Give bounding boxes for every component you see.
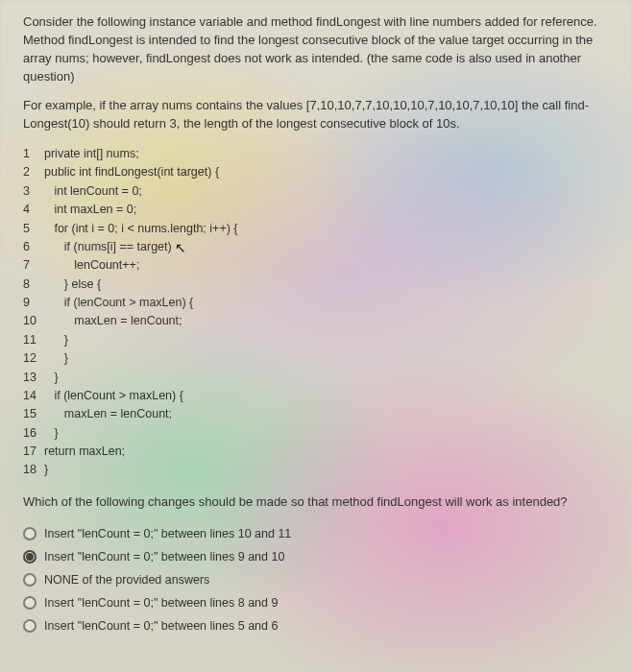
option-row[interactable]: NONE of the provided answers: [23, 571, 609, 588]
line-number: 9: [23, 294, 44, 312]
option-row[interactable]: Insert "lenCount = 0;" between lines 8 a…: [23, 594, 609, 612]
code-line: 3 int lenCount = 0;: [23, 182, 609, 201]
question-text: Which of the following changes should be…: [23, 494, 568, 509]
line-number: 18: [23, 461, 44, 479]
code-text: public int findLongest(int target) {: [44, 165, 219, 179]
code-text: } else {: [44, 277, 101, 291]
code-text: if (lenCount > maxLen) {: [44, 389, 183, 402]
code-text: if (nums[i] == target): [44, 240, 172, 253]
line-number: 17: [23, 443, 44, 461]
code-line: 5 for (int i = 0; i < nums.length; i++) …: [23, 220, 609, 238]
code-line: 15 maxLen = lenCount;: [23, 405, 609, 423]
code-line: 4 int maxLen = 0;: [23, 201, 609, 219]
code-text: for (int i = 0; i < nums.length; i++) {: [44, 222, 238, 235]
code-text: }: [44, 371, 59, 384]
code-line: 14 if (lenCount > maxLen) {: [23, 387, 609, 405]
code-text: }: [44, 351, 68, 365]
line-number: 16: [23, 424, 44, 443]
option-label: NONE of the provided answers: [44, 571, 209, 588]
code-line: 11 }: [23, 331, 609, 349]
code-line: 18}: [23, 461, 609, 479]
code-line: 10 maxLen = lenCount;: [23, 312, 609, 330]
code-text: maxLen = lenCount;: [44, 314, 182, 327]
option-row[interactable]: Insert "lenCount = 0;" between lines 5 a…: [23, 617, 609, 635]
code-text: private int[] nums;: [44, 147, 139, 160]
option-row[interactable]: Insert "lenCount = 0;" between lines 10 …: [23, 525, 609, 542]
options-list: Insert "lenCount = 0;" between lines 10 …: [23, 525, 609, 636]
line-number: 6: [23, 238, 44, 256]
code-line: 2public int findLongest(int target) {: [23, 163, 609, 181]
option-label: Insert "lenCount = 0;" between lines 5 a…: [44, 617, 278, 635]
code-text: }: [44, 426, 59, 440]
code-line: 16 }: [23, 424, 609, 443]
code-line: 12 }: [23, 349, 609, 368]
option-label: Insert "lenCount = 0;" between lines 9 a…: [44, 548, 284, 565]
option-label: Insert "lenCount = 0;" between lines 10 …: [44, 525, 291, 542]
code-line: 8 } else {: [23, 276, 609, 294]
line-number: 12: [23, 349, 44, 368]
code-text: }: [44, 333, 68, 347]
code-line: 1private int[] nums;: [23, 145, 609, 163]
intro-text-1: Consider the following instance variable…: [23, 14, 597, 84]
line-number: 8: [23, 276, 44, 294]
question-prompt: Which of the following changes should be…: [23, 493, 609, 512]
code-text: int maxLen = 0;: [44, 203, 136, 216]
intro-text-2: For example, if the array nums contains …: [23, 98, 589, 131]
code-text: lenCount++;: [44, 258, 139, 272]
line-number: 1: [23, 145, 44, 163]
code-line: 13 }: [23, 369, 609, 387]
code-text: maxLen = lenCount;: [44, 407, 172, 420]
intro-paragraph-2: For example, if the array nums contains …: [23, 97, 609, 133]
option-row[interactable]: Insert "lenCount = 0;" between lines 9 a…: [23, 548, 609, 565]
line-number: 5: [23, 220, 44, 238]
radio-icon[interactable]: [23, 619, 36, 633]
line-number: 4: [23, 201, 44, 219]
radio-icon[interactable]: [23, 596, 36, 610]
radio-selected-icon[interactable]: [23, 550, 36, 564]
line-number: 7: [23, 256, 44, 275]
code-text: }: [44, 463, 48, 476]
question-document: Consider the following instance variable…: [0, 0, 632, 654]
option-label: Insert "lenCount = 0;" between lines 8 a…: [44, 594, 278, 612]
mouse-cursor-icon: ↖: [175, 240, 186, 255]
code-line: 7 lenCount++;: [23, 256, 609, 275]
line-number: 11: [23, 331, 44, 349]
line-number: 14: [23, 387, 44, 405]
line-number: 2: [23, 163, 44, 181]
line-number: 10: [23, 312, 44, 330]
intro-paragraph-1: Consider the following instance variable…: [23, 13, 609, 85]
line-number: 15: [23, 405, 44, 423]
code-line: 9 if (lenCount > maxLen) {: [23, 294, 609, 312]
code-line: 17return maxLen;: [23, 443, 609, 461]
code-text: if (lenCount > maxLen) {: [44, 296, 193, 309]
code-line: 6 if (nums[i] == target)↖: [23, 238, 609, 256]
radio-icon[interactable]: [23, 527, 36, 540]
line-number: 13: [23, 369, 44, 387]
code-block: 1private int[] nums;2public int findLong…: [23, 145, 609, 480]
radio-icon[interactable]: [23, 573, 36, 587]
code-text: int lenCount = 0;: [44, 184, 142, 198]
line-number: 3: [23, 182, 44, 201]
code-text: return maxLen;: [44, 444, 125, 458]
